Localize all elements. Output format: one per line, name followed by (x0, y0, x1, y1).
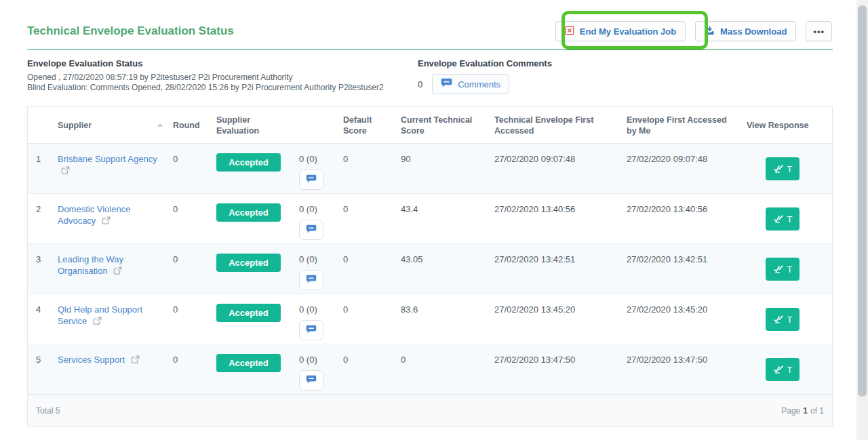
supplier-cell: Brisbane Support Agency (51, 144, 166, 193)
comments-cell: 0 (0) (292, 194, 336, 243)
scrollbar-thumb[interactable] (858, 5, 867, 397)
external-link-icon[interactable] (113, 266, 122, 277)
comments-button-label: Comments (458, 79, 500, 89)
tech-first-accessed-cell: 27/02/2020 13:40:56 (488, 194, 620, 243)
row-comments-button[interactable] (299, 270, 323, 290)
comments-cell: 0 (0) (292, 344, 336, 394)
header-view-response: View Response (740, 107, 832, 143)
supplier-link[interactable]: Brisbane Support Agency (58, 154, 157, 164)
current-page-number: 1 (803, 406, 808, 416)
default-score-cell: 0 (336, 344, 394, 394)
speech-bubble-icon (441, 78, 452, 90)
current-score-cell: 43.4 (394, 194, 488, 243)
current-score-cell: 0 (394, 344, 488, 394)
evaluation-cell: Accepted (210, 244, 292, 294)
supplier-link[interactable]: Domestic Violence Advocacy (58, 204, 130, 226)
tech-first-accessed-cell: 27/02/2020 13:45:20 (488, 294, 620, 344)
header-tech-envelope-first-accessed: Technical Envelope First Accessed (488, 107, 620, 143)
view-response-button[interactable]: T (766, 308, 800, 331)
comments-count: 0 (418, 79, 422, 89)
speech-bubble-icon (306, 275, 317, 286)
comments-cell: 0 (0) (292, 244, 336, 294)
sort-ascending-icon (157, 123, 163, 127)
current-score-cell: 83.6 (394, 294, 488, 344)
row-comments-button[interactable] (299, 220, 323, 240)
view-response-button[interactable]: T (766, 358, 800, 381)
green-divider (27, 49, 833, 50)
supplier-cell: Leading the Way Organisation (51, 244, 166, 294)
comments-button[interactable]: Comments (432, 74, 509, 94)
envelope-status-line1: Opened , 27/02/2020 08:57:19 by P2itestu… (27, 73, 418, 83)
tech-first-accessed-cell: 27/02/2020 09:07:48 (488, 144, 620, 193)
evaluate-pencil-icon (773, 363, 784, 376)
view-response-button[interactable]: T (766, 258, 800, 281)
speech-bubble-icon (306, 375, 317, 386)
boxed-x-icon (565, 26, 574, 37)
view-response-cell: T (740, 344, 832, 394)
evaluate-pencil-icon (773, 213, 784, 226)
view-response-label: T (787, 315, 793, 325)
supplier-cell: Domestic Violence Advocacy (51, 194, 166, 243)
vertical-scrollbar[interactable] (856, 0, 868, 440)
total-count: Total 5 (36, 406, 60, 416)
comments-cell: 0 (0) (292, 294, 336, 344)
header-round: Round (166, 107, 210, 143)
comments-count: 0 (0) (299, 304, 330, 315)
default-score-cell: 0 (336, 144, 394, 193)
env-first-accessed-cell: 27/02/2020 13:40:56 (620, 194, 740, 243)
external-link-icon[interactable] (102, 216, 111, 227)
header-current-technical-score: Current Technical Score (394, 107, 488, 143)
row-comments-button[interactable] (299, 370, 323, 391)
header-envelope-first-accessed-by-me: Envelope First Accessed by Me (620, 107, 740, 143)
envelope-status-panel: Envelope Evaluation Status Opened , 27/0… (27, 58, 418, 94)
round-cell: 0 (166, 244, 210, 294)
round-cell: 0 (166, 194, 210, 243)
download-icon (705, 26, 715, 37)
external-link-icon[interactable] (61, 165, 70, 177)
external-link-icon[interactable] (93, 316, 102, 327)
row-comments-button[interactable] (299, 320, 323, 340)
info-section: Envelope Evaluation Status Opened , 27/0… (27, 58, 833, 94)
speech-bubble-icon (306, 174, 317, 186)
evaluation-cell: Accepted (210, 194, 292, 243)
view-response-label: T (787, 365, 793, 375)
evaluate-pencil-icon (773, 313, 784, 326)
table-row: 5 Services Support 0 Accepted 0 (0) 0 0 … (28, 344, 832, 395)
end-evaluation-job-button[interactable]: End My Evaluation Job (555, 21, 686, 41)
row-comments-button[interactable] (299, 169, 323, 190)
round-cell: 0 (166, 144, 210, 193)
row-number: 5 (28, 344, 51, 394)
page-label: Page (781, 406, 800, 416)
view-response-cell: T (740, 294, 832, 344)
external-link-icon[interactable] (131, 355, 140, 366)
table-row: 2 Domestic Violence Advocacy 0 Accepted … (28, 194, 832, 244)
tech-first-accessed-cell: 27/02/2020 13:47:50 (488, 344, 620, 394)
evaluate-pencil-icon (773, 263, 784, 276)
envelope-status-line2: Blind Evaluation: Comments Opened, 28/02… (27, 83, 418, 93)
mass-download-button[interactable]: Mass Download (695, 21, 796, 41)
supplier-link[interactable]: Services Support (58, 355, 125, 365)
header-comments (292, 107, 336, 143)
envelope-status-heading: Envelope Evaluation Status (27, 58, 418, 68)
header-supplier-evaluation: Supplier Evaluation (210, 107, 292, 143)
row-number: 2 (28, 194, 51, 243)
header-row-number (28, 107, 51, 143)
more-actions-button[interactable]: ••• (806, 21, 832, 41)
default-score-cell: 0 (336, 194, 394, 243)
view-response-button[interactable]: T (766, 157, 800, 180)
table-row: 4 Qld Help and Support Service 0 Accepte… (28, 294, 832, 344)
table-row: 1 Brisbane Support Agency 0 Accepted 0 (… (28, 144, 832, 194)
default-score-cell: 0 (336, 294, 394, 344)
comments-count: 0 (0) (299, 203, 330, 215)
view-response-button[interactable]: T (766, 207, 800, 231)
header-supplier[interactable]: Supplier (51, 107, 166, 143)
view-response-cell: T (740, 244, 832, 294)
table-row: 3 Leading the Way Organisation 0 Accepte… (28, 244, 832, 294)
envelope-comments-heading: Envelope Evaluation Comments (418, 58, 552, 68)
tech-first-accessed-cell: 27/02/2020 13:42:51 (488, 244, 620, 294)
view-response-label: T (787, 214, 793, 224)
speech-bubble-icon (306, 224, 317, 236)
status-badge: Accepted (216, 254, 281, 272)
default-score-cell: 0 (336, 244, 394, 294)
end-evaluation-job-label: End My Evaluation Job (580, 26, 676, 37)
